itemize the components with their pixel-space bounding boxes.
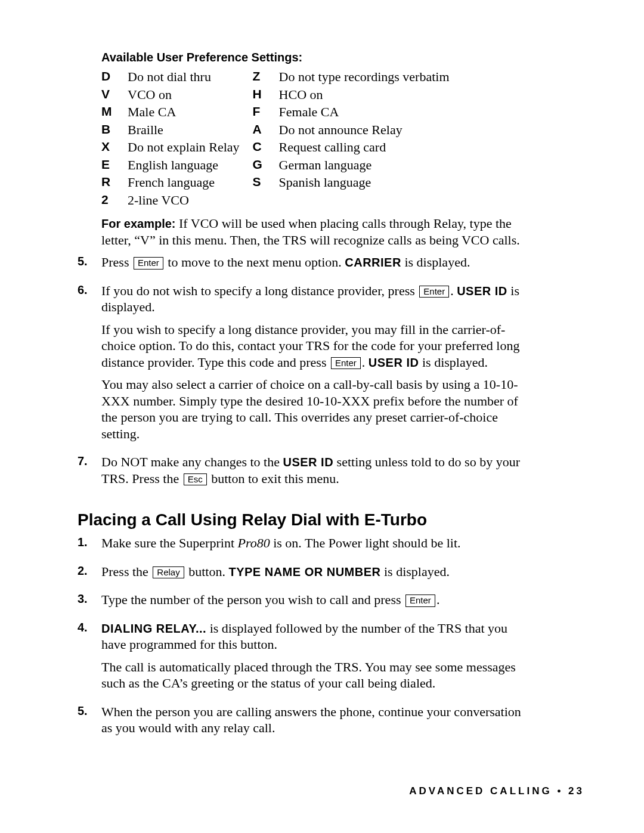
text: You may also select a carrier of choice …: [101, 376, 531, 442]
lcd-text: USER ID: [457, 284, 507, 298]
text: Make sure the Superprint: [101, 535, 238, 550]
enter-key: Enter: [419, 286, 449, 298]
step-number: 2.: [78, 563, 101, 586]
example-label: For example:: [101, 217, 175, 230]
setting-key: A: [253, 122, 279, 140]
setting-key: H: [253, 86, 279, 104]
settings-row: RFrench languageSSpanish language: [101, 174, 450, 192]
step-body: Type the number of the person you wish t…: [101, 592, 531, 614]
settings-row: MMale CAFFemale CA: [101, 104, 450, 122]
setting-key: 2: [101, 192, 128, 210]
example-paragraph: For example: If VCO will be used when pl…: [101, 215, 531, 248]
setting-key: B: [101, 122, 128, 140]
setting-key: E: [101, 157, 128, 175]
text: to move to the next menu option.: [165, 255, 345, 270]
enter-key: Enter: [405, 594, 435, 607]
setting-value: English language: [128, 157, 253, 175]
setting-key: M: [101, 104, 128, 122]
settings-row: BBrailleADo not announce Relay: [101, 122, 450, 140]
step-body: Press the Relay button. TYPE NAME OR NUM…: [101, 563, 531, 586]
step-6: 6. If you do not wish to specify a long …: [101, 283, 531, 448]
step-body: Press Enter to move to the next menu opt…: [101, 254, 531, 277]
lcd-text: USER ID: [369, 356, 419, 369]
step-number: 7.: [78, 454, 101, 493]
footer-bullet: •: [557, 785, 563, 797]
step-number: 3.: [78, 592, 101, 614]
settings-row: VVCO onHHCO on: [101, 86, 450, 104]
step-body: If you do not wish to specify a long dis…: [101, 283, 531, 448]
s2-step-3: 3. Type the number of the person you wis…: [101, 592, 531, 614]
step-number: 5.: [78, 704, 101, 742]
setting-value: Spanish language: [279, 174, 450, 192]
text: button to exit this menu.: [208, 471, 339, 486]
lcd-text: CARRIER: [345, 256, 401, 269]
text: Do NOT make any changes to the: [101, 454, 283, 469]
esc-key: Esc: [184, 473, 207, 486]
footer-page-number: 23: [568, 785, 584, 797]
text: When the person you are calling answers …: [101, 704, 531, 736]
setting-value: Do not type recordings verbatim: [279, 69, 450, 86]
setting-key: D: [101, 69, 128, 86]
setting-value: Do not dial thru: [128, 69, 253, 86]
text: .: [436, 592, 440, 607]
text: is displayed.: [419, 355, 488, 370]
text: button.: [185, 564, 229, 579]
setting-key: C: [253, 139, 279, 157]
step-number: 6.: [78, 283, 101, 448]
step-body: DIALING RELAY... is displayed followed b…: [101, 620, 531, 698]
s2-step-1: 1. Make sure the Superprint Pro80 is on.…: [101, 535, 531, 558]
step-number: 4.: [78, 620, 101, 698]
setting-key: S: [253, 174, 279, 192]
text: If you do not wish to specify a long dis…: [101, 283, 418, 298]
setting-value: Do not announce Relay: [279, 122, 450, 140]
setting-value: French language: [128, 174, 253, 192]
text: is on. The Power light should be lit.: [270, 535, 461, 550]
setting-key: G: [253, 157, 279, 175]
setting-value: 2-line VCO: [128, 192, 253, 210]
setting-value: Female CA: [279, 104, 450, 122]
lcd-text: DIALING RELAY...: [101, 622, 206, 635]
setting-value: Braille: [128, 122, 253, 140]
text: is displayed.: [381, 564, 450, 579]
relay-key: Relay: [153, 566, 184, 579]
footer-section: ADVANCED CALLING: [409, 785, 552, 797]
setting-key: F: [253, 104, 279, 122]
setting-value: Request calling card: [279, 139, 450, 157]
settings-row: EEnglish languageGGerman language: [101, 157, 450, 175]
text: Press: [101, 255, 132, 270]
setting-value: [279, 192, 450, 210]
step-number: 5.: [78, 254, 101, 277]
setting-value: HCO on: [279, 86, 450, 104]
settings-row: 22-line VCO: [101, 192, 450, 210]
text: .: [362, 355, 369, 370]
setting-value: Male CA: [128, 104, 253, 122]
content-column: Available User Preference Settings: DDo …: [101, 50, 531, 742]
product-name: Pro80: [238, 535, 270, 550]
lcd-text: USER ID: [283, 456, 333, 469]
text: The call is automatically placed through…: [101, 659, 531, 692]
step-body: Do NOT make any changes to the USER ID s…: [101, 454, 531, 493]
s2-step-5: 5. When the person you are calling answe…: [101, 704, 531, 742]
page-footer: ADVANCED CALLING • 23: [409, 785, 584, 797]
setting-key: [253, 192, 279, 210]
step-body: When the person you are calling answers …: [101, 704, 531, 742]
page: Available User Preference Settings: DDo …: [0, 0, 644, 833]
setting-key: R: [101, 174, 128, 192]
step-body: Make sure the Superprint Pro80 is on. Th…: [101, 535, 531, 558]
settings-row: XDo not explain RelayCRequest calling ca…: [101, 139, 450, 157]
setting-key: X: [101, 139, 128, 157]
lcd-text: TYPE NAME OR NUMBER: [228, 565, 380, 578]
enter-key: Enter: [134, 257, 163, 270]
section-heading: Placing a Call Using Relay Dial with E-T…: [78, 509, 531, 530]
setting-value: German language: [279, 157, 450, 175]
text: Press the: [101, 564, 151, 579]
s2-step-4: 4. DIALING RELAY... is displayed followe…: [101, 620, 531, 698]
step-5: 5. Press Enter to move to the next menu …: [101, 254, 531, 277]
step-number: 1.: [78, 535, 101, 558]
enter-key: Enter: [331, 357, 361, 370]
settings-heading: Available User Preference Settings:: [101, 50, 531, 65]
text: is displayed.: [401, 255, 470, 270]
setting-value: Do not explain Relay: [128, 139, 253, 157]
text: Type the number of the person you wish t…: [101, 592, 404, 607]
step-7: 7. Do NOT make any changes to the USER I…: [101, 454, 531, 493]
